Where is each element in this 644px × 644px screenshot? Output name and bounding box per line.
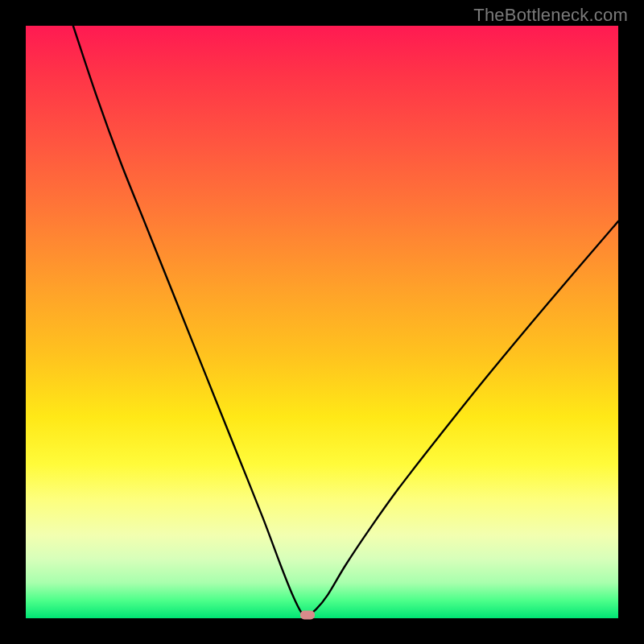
min-point-marker: [300, 611, 315, 620]
watermark-text: TheBottleneck.com: [473, 5, 628, 26]
plot-area: [26, 26, 618, 618]
bottleneck-curve: [26, 26, 618, 618]
chart-frame: TheBottleneck.com: [0, 0, 644, 644]
